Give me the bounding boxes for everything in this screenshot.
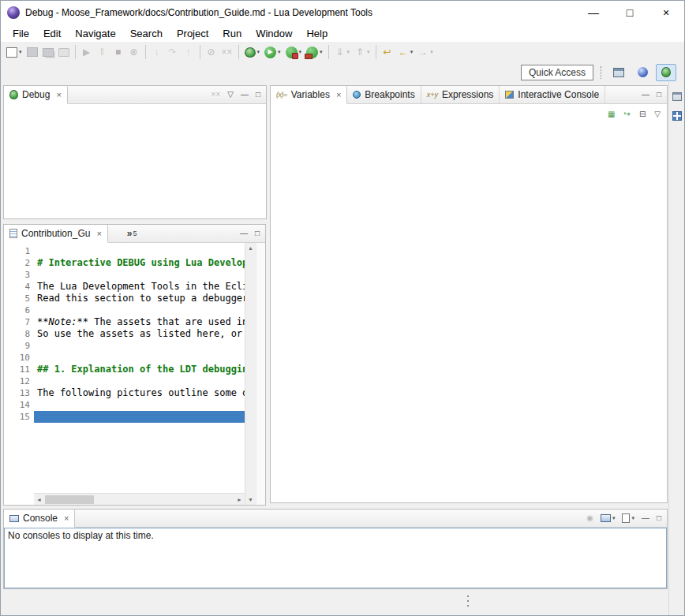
minimize-view-button[interactable]: — [642, 514, 649, 522]
menu-edit[interactable]: Edit [36, 24, 68, 42]
run-button[interactable]: ▶▾ [262, 43, 283, 61]
tab-label: Interactive Console [518, 89, 599, 100]
scroll-down-icon[interactable]: ▼ [245, 497, 256, 502]
show-logical-structure-button[interactable]: ▦ [608, 110, 615, 118]
menu-run[interactable]: Run [215, 24, 249, 42]
scroll-up-icon[interactable]: ▲ [245, 245, 256, 251]
console-view: Console × ◉ ▾ ▾ — □ [3, 509, 668, 589]
line-number: 1 [4, 245, 30, 257]
line-number-gutter[interactable]: 123456789101112131415 [4, 243, 34, 505]
perspective-row: Quick Access [1, 62, 684, 82]
tab-editor-contribution-guide[interactable]: Contribution_Gu × [4, 225, 108, 243]
remove-terminated-button: ×× [211, 91, 221, 99]
dropdown-arrow-icon[interactable]: ▾ [299, 49, 302, 55]
menu-window[interactable]: Window [249, 24, 299, 42]
close-tab-icon[interactable]: × [336, 90, 341, 99]
scrollbar-track[interactable] [44, 494, 234, 506]
next-annotation-button: ⇓▾ [332, 43, 353, 61]
window-close-button[interactable]: × [648, 1, 684, 24]
tab-label: Contribution_Gu [21, 228, 90, 239]
menu-file[interactable]: File [6, 24, 36, 42]
view-menu-button[interactable]: ▽ [654, 110, 661, 118]
code-text: Read this section to setup a debugger [37, 293, 245, 304]
editor-text-column: # Interactive DEBUG using Lua DevelopThe… [34, 243, 245, 505]
debug-button[interactable]: ▾ [242, 43, 263, 61]
scroll-right-icon[interactable]: ► [234, 497, 245, 502]
external-tools-icon [306, 47, 318, 58]
menu-navigate[interactable]: Navigate [68, 24, 122, 42]
minimize-view-button[interactable]: — [642, 91, 649, 99]
new-button[interactable]: ▾ [4, 43, 24, 61]
tab-label: Expressions [442, 89, 493, 100]
tab-console[interactable]: Console × [4, 510, 75, 528]
code-area[interactable]: # Interactive DEBUG using Lua DevelopThe… [34, 243, 245, 493]
maximize-view-button[interactable]: □ [657, 514, 661, 522]
dropdown-arrow-icon[interactable]: ▾ [612, 515, 616, 521]
previous-annotation-button: ⇑▾ [352, 43, 372, 61]
dropdown-arrow-icon[interactable]: ▾ [278, 49, 281, 55]
external-tools-button[interactable]: ▾ [304, 43, 325, 61]
menu-project[interactable]: Project [170, 24, 215, 42]
ldt-perspective-button[interactable] [632, 64, 653, 81]
tab-interactive-console[interactable]: Interactive Console [500, 86, 605, 103]
dropdown-arrow-icon[interactable]: ▾ [19, 49, 22, 55]
minimize-view-button[interactable]: — [240, 230, 248, 237]
console-message: No consoles to display at this time. [5, 528, 666, 543]
console-content[interactable]: No consoles to display at this time. [4, 528, 667, 588]
code-line [34, 399, 245, 411]
line-number: 11 [4, 364, 30, 375]
console-icon [9, 515, 19, 522]
dropdown-arrow-icon[interactable]: ▾ [631, 515, 634, 521]
menu-search[interactable]: Search [123, 24, 170, 42]
coverage-button[interactable]: ▾ [283, 43, 305, 61]
maximize-view-button[interactable]: □ [256, 91, 260, 99]
view-menu-button[interactable]: ▽ [227, 91, 234, 99]
toolbar-separator [75, 45, 76, 59]
debug-perspective-button[interactable] [656, 64, 676, 81]
display-selected-console-button[interactable]: ▾ [601, 514, 616, 522]
scrollbar-thumb[interactable] [45, 495, 94, 504]
minimized-view-button[interactable] [670, 109, 684, 123]
window-maximize-button[interactable]: □ [612, 1, 648, 24]
dropdown-arrow-icon[interactable]: ▾ [257, 49, 260, 55]
menu-bar: FileEditNavigateSearchProjectRunWindowHe… [1, 24, 684, 42]
chevron-right-icon: » [127, 228, 133, 239]
minimized-editor-button[interactable] [670, 89, 684, 103]
title-bar[interactable]: Debug - Moose_Framework/docs/Contributio… [1, 1, 684, 24]
back-button[interactable]: ←▾ [395, 43, 416, 61]
horizontal-scrollbar[interactable]: ◄ ► [34, 493, 245, 505]
collapse-all-button[interactable]: ⊟ [639, 110, 646, 118]
save-icon [27, 47, 38, 57]
tab-variables[interactable]: (x)=Variables× [271, 86, 347, 104]
maximize-view-button[interactable]: □ [657, 91, 661, 99]
maximize-view-button[interactable]: □ [255, 230, 260, 237]
window-minimize-button[interactable]: — [575, 1, 612, 24]
last-edit-location-button[interactable]: ↩ [380, 43, 395, 61]
tab-expressions[interactable]: x+yExpressions [421, 86, 500, 103]
save-button [24, 43, 40, 61]
scroll-left-icon[interactable]: ◄ [34, 497, 44, 502]
file-icon [9, 229, 17, 238]
ldt-perspective-icon [638, 67, 648, 77]
vertical-scrollbar[interactable]: ▲ ▼ [245, 243, 256, 505]
close-tab-icon[interactable]: × [96, 229, 101, 238]
hidden-editors-button[interactable]: »5 [122, 225, 142, 242]
next-annotation-icon: ⇓ [335, 47, 346, 57]
back-icon: ← [398, 47, 409, 57]
dropdown-arrow-icon: ▾ [367, 49, 370, 55]
dropdown-arrow-icon[interactable]: ▾ [410, 49, 414, 55]
quick-access[interactable]: Quick Access [521, 65, 593, 80]
minimize-view-button[interactable]: — [241, 91, 249, 99]
tab-debug[interactable]: Debug × [4, 86, 68, 104]
splitter-grip[interactable] [466, 594, 470, 610]
line-number: 9 [4, 340, 30, 352]
open-console-button[interactable]: ▾ [622, 513, 634, 523]
menu-help[interactable]: Help [299, 24, 335, 42]
close-tab-icon[interactable]: × [56, 90, 61, 99]
show-references-button[interactable]: ↪ [624, 110, 631, 118]
tab-breakpoints[interactable]: Breakpoints [347, 86, 421, 103]
open-perspective-button[interactable] [608, 64, 629, 81]
dropdown-arrow-icon[interactable]: ▾ [320, 49, 323, 55]
close-tab-icon[interactable]: × [64, 513, 69, 523]
right-view-toolbar: ▦↪⊟▽ [271, 104, 667, 124]
